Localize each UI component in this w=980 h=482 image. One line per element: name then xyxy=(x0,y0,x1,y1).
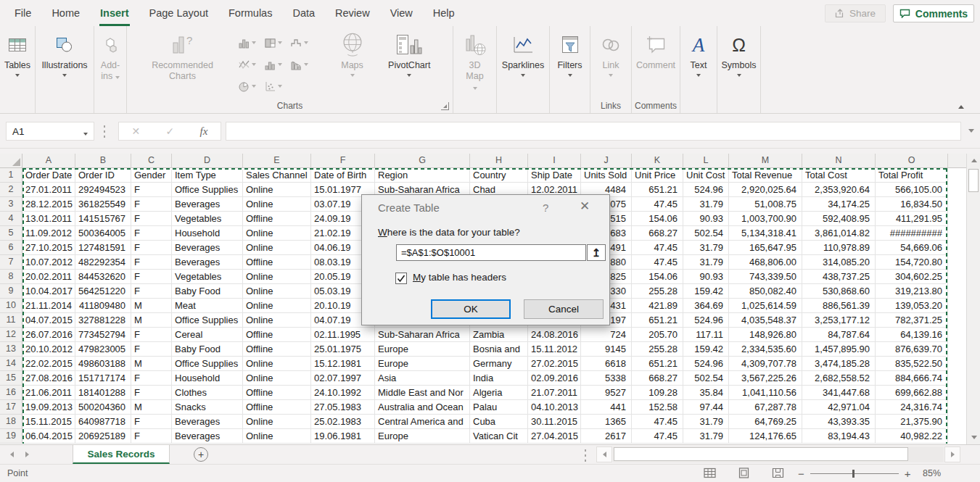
cell-O19[interactable]: 40,982.22 xyxy=(876,429,948,444)
cell-G17[interactable]: Australia and Ocean xyxy=(375,400,470,415)
cell-A6[interactable]: 27.10.2015 xyxy=(22,241,75,255)
cell-K14[interactable]: 651.21 xyxy=(632,357,683,371)
cell-D10[interactable]: Meat xyxy=(172,299,243,313)
cell-D15[interactable]: Household xyxy=(172,371,243,386)
row-header-17[interactable]: 17 xyxy=(0,400,22,415)
row-header-16[interactable]: 16 xyxy=(0,386,22,400)
recommended-charts-button[interactable]: ? Recommended Charts xyxy=(149,30,216,82)
cell-C15[interactable]: F xyxy=(131,371,172,386)
cancel-button[interactable]: Cancel xyxy=(524,299,604,319)
horizontal-scrollbar-thumb[interactable] xyxy=(614,447,908,461)
cell-B1[interactable]: Order ID xyxy=(75,168,131,183)
name-box[interactable]: A1 xyxy=(6,122,94,141)
cell-E2[interactable]: Online xyxy=(243,183,311,197)
cell-L19[interactable]: 31.79 xyxy=(683,429,729,444)
column-header-M[interactable]: M xyxy=(729,154,802,168)
cell-B13[interactable]: 479823005 xyxy=(75,342,131,357)
cell-E5[interactable]: Online xyxy=(243,226,311,241)
cell-N2[interactable]: 2,353,920.64 xyxy=(802,183,876,197)
row-header-7[interactable]: 7 xyxy=(0,255,22,270)
cell-B4[interactable]: 141515767 xyxy=(75,212,131,226)
cell-M17[interactable]: 67,287.78 xyxy=(729,400,802,415)
row-header-4[interactable]: 4 xyxy=(0,212,22,226)
cell-C10[interactable]: M xyxy=(131,299,172,313)
column-header-D[interactable]: D xyxy=(172,154,243,168)
cell-K5[interactable]: 668.27 xyxy=(632,226,683,241)
cell-F13[interactable]: 25.01.1975 xyxy=(311,342,375,357)
cell-A4[interactable]: 13.01.2011 xyxy=(22,212,75,226)
cell-M8[interactable]: 743,339.50 xyxy=(729,270,802,284)
cell-K10[interactable]: 421.89 xyxy=(632,299,683,313)
scroll-right-button[interactable] xyxy=(944,446,960,462)
cell-I14[interactable]: 27.02.2015 xyxy=(528,357,581,371)
cell-K16[interactable]: 109.28 xyxy=(632,386,683,400)
cell-E6[interactable]: Online xyxy=(243,241,311,255)
cell-J1[interactable]: Units Sold xyxy=(581,168,632,183)
cell-N8[interactable]: 438,737.25 xyxy=(802,270,876,284)
cell-H15[interactable]: India xyxy=(470,371,528,386)
cell-C3[interactable]: F xyxy=(131,197,172,212)
cell-J14[interactable]: 6618 xyxy=(581,357,632,371)
ribbon-tab-review[interactable]: Review xyxy=(325,0,380,26)
cell-B2[interactable]: 292494523 xyxy=(75,183,131,197)
cell-C17[interactable]: M xyxy=(131,400,172,415)
cell-K7[interactable]: 47.45 xyxy=(632,255,683,270)
cell-K9[interactable]: 255.28 xyxy=(632,284,683,299)
cell-B5[interactable]: 500364005 xyxy=(75,226,131,241)
treemap-chart-button[interactable] xyxy=(264,32,290,54)
zoom-slider-thumb[interactable] xyxy=(852,470,855,478)
cell-N15[interactable]: 2,682,558.52 xyxy=(802,371,876,386)
cell-I12[interactable]: 24.08.2016 xyxy=(528,328,581,342)
cell-B15[interactable]: 151717174 xyxy=(75,371,131,386)
cell-M14[interactable]: 4,309,707.78 xyxy=(729,357,802,371)
cell-J17[interactable]: 441 xyxy=(581,400,632,415)
tables-button[interactable]: Tables xyxy=(4,30,30,77)
cell-F15[interactable]: 02.07.1997 xyxy=(311,371,375,386)
cell-L9[interactable]: 159.42 xyxy=(683,284,729,299)
column-chart-button[interactable] xyxy=(238,32,264,54)
cell-K1[interactable]: Unit Price xyxy=(632,168,683,183)
dialog-close-icon[interactable]: ✕ xyxy=(580,199,590,214)
cell-I17[interactable]: 04.10.2013 xyxy=(528,400,581,415)
cell-E11[interactable]: Online xyxy=(243,313,311,328)
row-header-19[interactable]: 19 xyxy=(0,429,22,444)
cell-A11[interactable]: 04.07.2015 xyxy=(22,313,75,328)
row-header-2[interactable]: 2 xyxy=(0,183,22,197)
cell-N12[interactable]: 84,787.64 xyxy=(802,328,876,342)
cell-G1[interactable]: Region xyxy=(375,168,470,183)
cell-O8[interactable]: 304,602.25 xyxy=(876,270,948,284)
cell-B12[interactable]: 773452794 xyxy=(75,328,131,342)
cell-N4[interactable]: 592,408.95 xyxy=(802,212,876,226)
cell-A5[interactable]: 11.09.2012 xyxy=(22,226,75,241)
column-header-N[interactable]: N xyxy=(802,154,876,168)
cell-O10[interactable]: 139,053.20 xyxy=(876,299,948,313)
cell-L12[interactable]: 117.11 xyxy=(683,328,729,342)
cell-D5[interactable]: Household xyxy=(172,226,243,241)
cell-N11[interactable]: 3,253,177.12 xyxy=(802,313,876,328)
cell-O5[interactable]: ########## xyxy=(876,226,948,241)
cell-H16[interactable]: Algeria xyxy=(470,386,528,400)
cell-F14[interactable]: 15.12.1981 xyxy=(311,357,375,371)
cell-M11[interactable]: 4,035,548.37 xyxy=(729,313,802,328)
cell-C4[interactable]: F xyxy=(131,212,172,226)
cell-L7[interactable]: 31.79 xyxy=(683,255,729,270)
cell-K3[interactable]: 47.45 xyxy=(632,197,683,212)
cell-M10[interactable]: 1,025,614.59 xyxy=(729,299,802,313)
cell-H13[interactable]: Bosnia and xyxy=(470,342,528,357)
cell-C8[interactable]: F xyxy=(131,270,172,284)
cell-B7[interactable]: 482292354 xyxy=(75,255,131,270)
cell-B16[interactable]: 181401288 xyxy=(75,386,131,400)
cell-E1[interactable]: Sales Channel xyxy=(243,168,311,183)
cell-C1[interactable]: Gender xyxy=(131,168,172,183)
column-header-O[interactable]: O xyxy=(876,154,948,168)
previous-sheet-icon[interactable] xyxy=(10,452,14,457)
row-header-12[interactable]: 12 xyxy=(0,328,22,342)
cell-L15[interactable]: 502.54 xyxy=(683,371,729,386)
formula-input[interactable] xyxy=(226,122,961,141)
cell-N5[interactable]: 3,861,014.82 xyxy=(802,226,876,241)
cell-A2[interactable]: 27.01.2011 xyxy=(22,183,75,197)
cell-E7[interactable]: Offline xyxy=(243,255,311,270)
ribbon-tab-help[interactable]: Help xyxy=(423,0,465,26)
ok-button[interactable]: OK xyxy=(431,299,511,319)
column-header-K[interactable]: K xyxy=(632,154,683,168)
